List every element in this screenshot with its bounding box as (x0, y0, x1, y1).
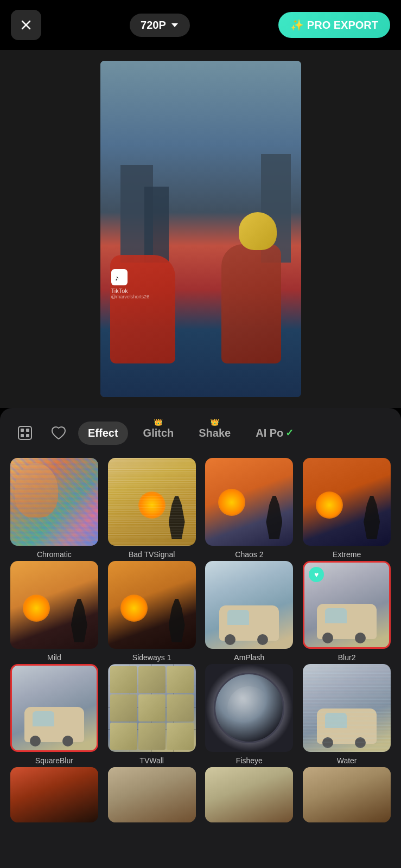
effect-chromatic-label: Chromatic (10, 550, 98, 559)
svg-rect-7 (21, 434, 24, 437)
effect-fisheye-label: Fisheye (205, 756, 293, 765)
effect-squareblur-label: SquareBlur (10, 756, 98, 765)
tab-shake[interactable]: 👑 Shake (189, 422, 240, 445)
effect-row4a-thumb (10, 767, 98, 822)
video-preview-area: ♪ TikTok @marvelshorts26 (0, 50, 401, 408)
svg-marker-2 (171, 23, 178, 27)
effects-grid: Chromatic Bad TVSignal Chaos 2 Extreme (0, 458, 401, 827)
top-bar: 720P ✨ PRO EXPORT (0, 0, 401, 50)
pro-export-label: PRO EXPORT (307, 19, 378, 31)
svg-rect-5 (21, 429, 24, 432)
effect-water[interactable]: Water (299, 664, 394, 765)
resolution-label: 720P (141, 19, 166, 31)
effect-squareblur-thumb (10, 664, 98, 752)
tab-effect[interactable]: Effect (78, 422, 128, 445)
effect-sideways1[interactable]: Sideways 1 (104, 561, 200, 662)
effect-fisheye[interactable]: Fisheye (202, 664, 297, 765)
effect-row4a[interactable] (7, 767, 102, 827)
tab-favorites-icon[interactable] (44, 419, 73, 447)
effect-sideways1-thumb (108, 561, 196, 649)
effect-chaos2-label: Chaos 2 (205, 550, 293, 559)
shake-crown-icon: 👑 (210, 419, 219, 426)
svg-rect-6 (26, 429, 29, 432)
blur2-heart-badge: ♥ (309, 567, 324, 582)
tab-recent-icon[interactable] (11, 419, 39, 447)
effect-tvwall-thumb (108, 664, 196, 752)
tab-effect-label: Effect (88, 427, 118, 439)
effect-blur2-label: Blur2 (303, 653, 391, 662)
effect-amplash-thumb (205, 561, 293, 649)
effect-amplash[interactable]: AmPlash (202, 561, 297, 662)
tab-glitch[interactable]: 👑 Glitch (133, 422, 184, 445)
effect-row4b-thumb (108, 767, 196, 822)
effect-sideways1-label: Sideways 1 (108, 653, 196, 662)
tab-glitch-label: Glitch (143, 427, 174, 439)
effect-squareblur[interactable]: SquareBlur (7, 664, 102, 765)
pro-export-icon: ✨ (290, 18, 304, 31)
tab-aipo[interactable]: AI Po ✓ (246, 422, 303, 445)
tiktok-handle: @marvelshorts26 (111, 294, 150, 299)
effect-amplash-label: AmPlash (205, 653, 293, 662)
effect-blur2[interactable]: ♥ Blur2 (299, 561, 394, 662)
resolution-button[interactable]: 720P (130, 14, 190, 37)
svg-rect-8 (26, 434, 29, 437)
effect-tvwall[interactable]: TVWall (104, 664, 200, 765)
effect-row4c-thumb (205, 767, 293, 822)
pro-export-button[interactable]: ✨ PRO EXPORT (278, 12, 390, 38)
effect-extreme-label: Extreme (303, 550, 391, 559)
effect-fisheye-thumb (205, 664, 293, 752)
effect-badtvsignal-thumb (108, 458, 196, 546)
tab-bar: Effect 👑 Glitch 👑 Shake AI Po ✓ (0, 419, 401, 458)
effect-mild[interactable]: Mild (7, 561, 102, 662)
effect-water-thumb (303, 664, 391, 752)
tiktok-label: TikTok (111, 288, 128, 294)
svg-rect-4 (18, 426, 31, 439)
effect-row4b[interactable] (104, 767, 200, 827)
effect-badtvsignal-label: Bad TVSignal (108, 550, 196, 559)
effect-panel: Effect 👑 Glitch 👑 Shake AI Po ✓ (0, 408, 401, 868)
effect-row4d[interactable] (299, 767, 394, 827)
effect-chromatic[interactable]: Chromatic (7, 458, 102, 559)
effect-mild-label: Mild (10, 653, 98, 662)
effect-blur2-thumb: ♥ (303, 561, 391, 649)
tiktok-watermark: ♪ TikTok @marvelshorts26 (111, 269, 150, 299)
effect-mild-thumb (10, 561, 98, 649)
effect-chaos2[interactable]: Chaos 2 (202, 458, 297, 559)
effect-row4d-thumb (303, 767, 391, 822)
effect-badtvsignal[interactable]: Bad TVSignal (104, 458, 200, 559)
effect-water-label: Water (303, 756, 391, 765)
effect-row4c[interactable] (202, 767, 297, 827)
effect-tvwall-label: TVWall (108, 756, 196, 765)
effect-chaos2-thumb (205, 458, 293, 546)
effect-chromatic-thumb (10, 458, 98, 546)
effect-extreme-thumb (303, 458, 391, 546)
close-button[interactable] (11, 10, 41, 40)
glitch-crown-icon: 👑 (154, 419, 163, 426)
aipo-check-icon: ✓ (285, 427, 294, 439)
effect-extreme[interactable]: Extreme (299, 458, 394, 559)
tab-shake-label: Shake (199, 427, 231, 439)
video-frame: ♪ TikTok @marvelshorts26 (100, 61, 301, 397)
tab-aipo-label: AI Po (256, 427, 283, 439)
svg-text:♪: ♪ (115, 273, 119, 282)
